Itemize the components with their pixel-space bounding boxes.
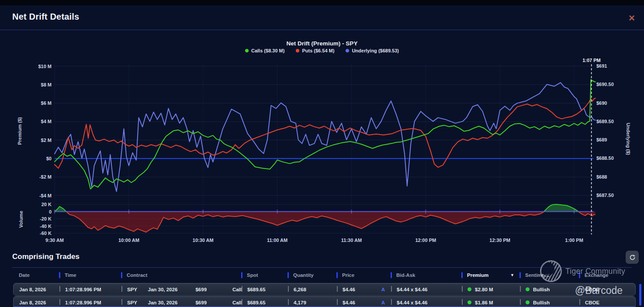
series-puts-line: [55, 98, 596, 169]
time-tick-label: 12:00 PM: [406, 237, 445, 243]
premium-tick-label: $6 M: [41, 100, 52, 106]
volume-tick-label: -40 K: [40, 223, 52, 229]
cell-exchange: CBOE: [579, 297, 635, 307]
cell-quantity: 4,179: [288, 297, 337, 307]
premium-tick-label: $10 M: [38, 63, 52, 69]
refresh-icon: [629, 254, 636, 261]
underlying-tick-label: $688: [596, 174, 607, 180]
cell-price: $4.46 A: [337, 297, 391, 307]
premium-axis-title: Premium ($): [17, 87, 23, 175]
cell-bid-ask: $4.44 x $4.46: [391, 283, 462, 295]
premium-dot-icon: [467, 300, 471, 304]
premium-dot-icon: [467, 287, 471, 291]
time-tick-label: 11:30 AM: [332, 237, 371, 243]
ask-side-badge: A: [381, 287, 391, 292]
underlying-tick-label: $690: [596, 100, 607, 106]
cell-date: Jan 8, 2026: [14, 297, 59, 307]
contract-type: Call: [220, 287, 242, 292]
refresh-button[interactable]: [626, 251, 639, 264]
legend-item-calls[interactable]: Calls ($8.30 M): [245, 48, 284, 53]
cell-bid-ask: $4.44 x $4.46: [391, 297, 462, 307]
contract-symbol: SPY: [127, 300, 148, 305]
time-tick-label: 12:30 PM: [480, 237, 519, 243]
chart-title: Net Drift (Premium) - SPY: [0, 40, 644, 47]
table-scrollbar[interactable]: [639, 284, 641, 306]
column-header-premium[interactable]: Premium▼: [461, 269, 519, 281]
volume-tick-label: -60 K: [40, 230, 52, 236]
series-calls-line: [55, 79, 596, 189]
sort-desc-icon: ▼: [510, 273, 519, 277]
trades-table-body: Jan 8, 2026 1:07:28.996 PM SPY Jan 30, 2…: [13, 283, 636, 307]
sentiment-dot-icon: [526, 300, 530, 304]
underlying-tick-label: $689.50: [596, 118, 614, 124]
column-header-spot[interactable]: Spot: [241, 269, 287, 281]
sentiment-dot-icon: [526, 287, 530, 291]
calls-dot-icon: [245, 49, 249, 52]
premium-tick-label: $0: [46, 155, 52, 162]
legend-item-underlying[interactable]: Underlying ($689.53): [346, 48, 399, 53]
column-header-exchange[interactable]: Exchange: [579, 269, 636, 281]
net-drift-modal: Net Drift Details ✕ Net Drift (Premium) …: [0, 0, 644, 307]
chart-legend: Calls ($8.30 M) Puts ($6.54 M) Underlyin…: [0, 48, 644, 53]
premium-tick-label: $2 M: [41, 137, 52, 143]
table-row[interactable]: Jan 8, 2026 1:07:28.996 PM SPY Jan 30, 2…: [13, 296, 636, 307]
sentiment-value: Bullish: [533, 287, 550, 292]
time-tick-label: 1:00 PM: [554, 237, 594, 243]
time-tick-label: 10:30 AM: [184, 237, 223, 243]
cell-sentiment: Bullish: [520, 297, 579, 307]
price-value: $4.46: [343, 300, 355, 305]
cell-exchange: CBOE: [579, 283, 635, 295]
contract-expiry: Jan 30, 2026: [148, 287, 196, 292]
underlying-axis-title: Underlying ($): [625, 95, 631, 183]
contract-symbol: SPY: [127, 287, 148, 292]
column-header-date[interactable]: Date: [13, 269, 59, 281]
cell-time: 1:07:28.996 PM: [59, 283, 121, 295]
section-title-comprising-trades: Comprising Trades: [12, 252, 80, 261]
volume-tick-label: 0: [49, 209, 52, 215]
table-divider: [12, 267, 632, 268]
cell-date: Jan 8, 2026: [14, 283, 59, 295]
column-header-bid-ask[interactable]: Bid-Ask: [391, 269, 461, 281]
underlying-tick-label: $687.50: [596, 192, 614, 198]
volume-axis-title: Volume: [18, 176, 24, 263]
contract-type: Call: [220, 300, 242, 305]
cell-contract: SPY Jan 30, 2026 $699 Call: [121, 297, 242, 307]
time-tick-label: 9:30 AM: [35, 237, 74, 243]
underlying-tick-label: $691: [596, 63, 607, 69]
column-header-sentiment[interactable]: Sentiment: [519, 269, 579, 281]
column-header-time[interactable]: Time: [59, 269, 121, 281]
cell-premium: $1.86 M: [462, 297, 520, 307]
underlying-dot-icon: [346, 49, 349, 52]
time-tick-label: 11:00 AM: [258, 237, 297, 243]
contract-expiry: Jan 30, 2026: [148, 300, 196, 305]
ask-side-badge: A: [381, 300, 391, 305]
premium-tick-label: $4 M: [41, 118, 52, 124]
premium-tick-label: -$4 M: [39, 193, 52, 199]
premium-tick-label: -$2 M: [39, 174, 52, 180]
cell-price: $4.46 A: [337, 283, 391, 295]
column-header-price[interactable]: Price: [336, 269, 391, 281]
underlying-tick-label: $689: [596, 137, 607, 143]
column-header-contract[interactable]: Contract: [121, 269, 241, 281]
legend-item-puts[interactable]: Puts ($6.54 M): [296, 48, 334, 53]
premium-value: $1.86 M: [475, 300, 493, 305]
cell-time: 1:07:28.996 PM: [59, 297, 121, 307]
cell-quantity: 6,268: [288, 283, 337, 295]
price-value: $4.46: [343, 287, 355, 292]
column-header-quantity[interactable]: Quantity: [287, 269, 336, 281]
table-row[interactable]: Jan 8, 2026 1:07:28.996 PM SPY Jan 30, 2…: [13, 283, 636, 296]
underlying-tick-label: $688.50: [596, 155, 614, 161]
cell-spot: $689.65: [242, 283, 288, 295]
contract-strike: $699: [195, 300, 220, 305]
series-underlying-line: [55, 83, 596, 191]
premium-tick-label: $8 M: [41, 82, 52, 88]
contract-strike: $699: [195, 287, 220, 292]
puts-dot-icon: [296, 49, 299, 52]
cell-sentiment: Bullish: [520, 283, 579, 295]
cell-contract: SPY Jan 30, 2026 $699 Call: [121, 283, 242, 295]
legend-label: Calls ($8.30 M): [251, 48, 284, 53]
table-header: Date Time Contract Spot Quantity Price B…: [13, 269, 636, 281]
legend-label: Underlying ($689.53): [352, 48, 399, 53]
cell-premium: $2.80 M: [462, 283, 520, 295]
premium-value: $2.80 M: [475, 287, 493, 292]
